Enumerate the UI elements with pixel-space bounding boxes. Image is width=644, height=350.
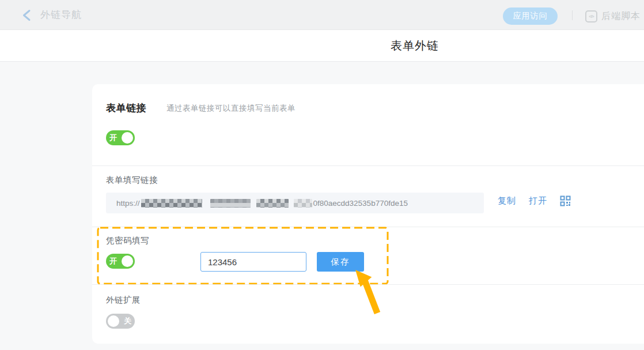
form-link-toggle-label: 开: [108, 133, 119, 143]
form-link-heading-row: 表单链接 通过表单链接可以直接填写当前表单: [106, 101, 296, 115]
fill-link-label: 表单填写链接: [106, 175, 158, 186]
breadcrumb-nav-title: 外链导航: [40, 8, 82, 21]
url-actions: 复制 打开: [498, 195, 571, 206]
section-divider: [92, 284, 644, 285]
password-input[interactable]: [200, 252, 306, 272]
save-button[interactable]: 保存: [317, 252, 364, 272]
backend-script-button[interactable]: </> 后端脚本: [585, 7, 641, 25]
toggle-knob: [108, 315, 119, 327]
topbar-separator: [572, 10, 573, 20]
external-link-extension-toggle[interactable]: 关: [106, 314, 135, 329]
top-bar: 外链导航 应用访问 </> 后端脚本: [0, 0, 644, 30]
form-link-section-description: 通过表单链接可以直接填写当前表单: [166, 103, 296, 114]
external-link-extension-label: 外链扩展: [106, 295, 141, 306]
form-fill-url-field[interactable]: https:// 0f80aecdd32535b770fde15: [106, 193, 484, 213]
page-header: 表单外链: [0, 30, 644, 62]
qrcode-button[interactable]: [560, 195, 571, 206]
section-divider: [92, 165, 644, 166]
form-link-toggle[interactable]: 开: [106, 130, 135, 145]
extension-toggle-label: 关: [122, 316, 133, 326]
toggle-knob: [122, 132, 133, 144]
form-link-settings-card: 表单链接 通过表单链接可以直接填写当前表单 开 表单填写链接 https:// …: [92, 84, 644, 344]
password-toggle-label: 开: [108, 256, 119, 266]
form-external-link-page: 外链导航 应用访问 </> 后端脚本 表单外链 表单链接 通过表单链接可以直接填…: [0, 0, 644, 350]
app-access-button[interactable]: 应用访问: [503, 7, 558, 25]
open-link-button[interactable]: 打开: [529, 195, 547, 206]
qrcode-icon: [560, 195, 571, 206]
section-divider: [92, 227, 644, 227]
page-title: 表单外链: [0, 30, 644, 62]
form-link-section-title: 表单链接: [106, 101, 146, 115]
backend-script-label: 后端脚本: [601, 10, 641, 22]
back-icon[interactable]: [22, 9, 31, 21]
toggle-knob: [122, 255, 133, 267]
url-prefix: https://: [116, 199, 140, 208]
copy-link-button[interactable]: 复制: [498, 195, 516, 206]
url-suffix: 0f80aecdd32535b770fde15: [313, 199, 408, 208]
url-redacted-mosaic: [141, 199, 312, 208]
password-fill-toggle[interactable]: 开: [106, 254, 135, 269]
code-icon: </>: [585, 10, 597, 22]
password-fill-label: 凭密码填写: [106, 235, 149, 246]
